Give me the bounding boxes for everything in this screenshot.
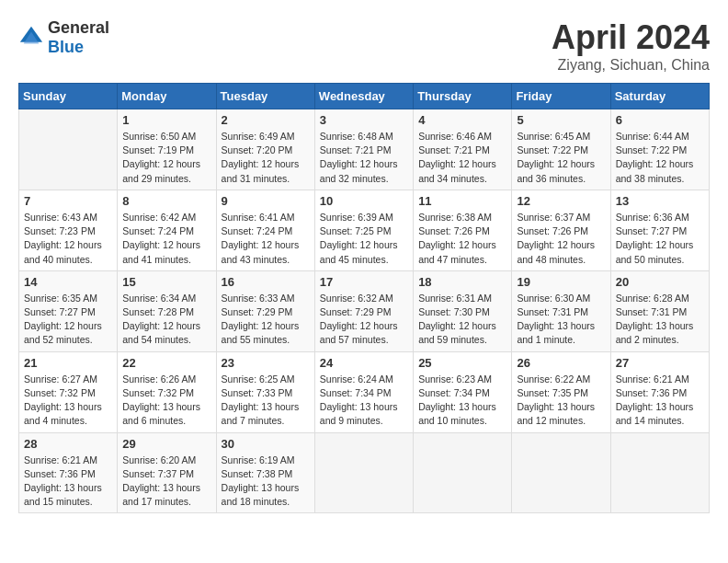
- table-row: 9Sunrise: 6:41 AMSunset: 7:24 PMDaylight…: [216, 190, 314, 270]
- day-number: 30: [222, 437, 310, 451]
- day-number: 3: [320, 113, 408, 127]
- table-row: 26Sunrise: 6:22 AMSunset: 7:35 PMDayligh…: [512, 351, 610, 432]
- table-row: 21Sunrise: 6:27 AMSunset: 7:32 PMDayligh…: [19, 351, 118, 432]
- day-info: Sunrise: 6:35 AMSunset: 7:27 PMDaylight:…: [24, 292, 112, 348]
- table-row: [512, 432, 610, 513]
- header-thursday: Thursday: [414, 84, 512, 109]
- day-info: Sunrise: 6:20 AMSunset: 7:37 PMDaylight:…: [122, 454, 210, 510]
- header-monday: Monday: [118, 84, 216, 109]
- table-row: 25Sunrise: 6:23 AMSunset: 7:34 PMDayligh…: [414, 351, 512, 432]
- day-info: Sunrise: 6:32 AMSunset: 7:29 PMDaylight:…: [320, 292, 408, 348]
- table-row: 28Sunrise: 6:21 AMSunset: 7:36 PMDayligh…: [19, 432, 118, 513]
- day-info: Sunrise: 6:39 AMSunset: 7:25 PMDaylight:…: [320, 211, 408, 267]
- header-wednesday: Wednesday: [314, 84, 413, 109]
- day-info: Sunrise: 6:22 AMSunset: 7:35 PMDaylight:…: [517, 373, 605, 429]
- table-row: 29Sunrise: 6:20 AMSunset: 7:37 PMDayligh…: [118, 432, 216, 513]
- table-row: 11Sunrise: 6:38 AMSunset: 7:26 PMDayligh…: [414, 190, 512, 270]
- day-info: Sunrise: 6:21 AMSunset: 7:36 PMDaylight:…: [24, 454, 112, 510]
- day-info: Sunrise: 6:26 AMSunset: 7:32 PMDaylight:…: [122, 373, 210, 429]
- day-number: 9: [222, 194, 310, 208]
- table-row: 12Sunrise: 6:37 AMSunset: 7:26 PMDayligh…: [512, 190, 610, 270]
- table-row: 4Sunrise: 6:46 AMSunset: 7:21 PMDaylight…: [414, 109, 512, 190]
- day-info: Sunrise: 6:21 AMSunset: 7:36 PMDaylight:…: [616, 373, 704, 429]
- day-info: Sunrise: 6:36 AMSunset: 7:27 PMDaylight:…: [616, 211, 704, 267]
- table-row: 8Sunrise: 6:42 AMSunset: 7:24 PMDaylight…: [118, 190, 216, 270]
- day-info: Sunrise: 6:23 AMSunset: 7:34 PMDaylight:…: [418, 373, 506, 429]
- day-number: 21: [24, 356, 112, 370]
- day-number: 20: [616, 275, 704, 289]
- logo-general: General: [48, 18, 109, 37]
- table-row: 19Sunrise: 6:30 AMSunset: 7:31 PMDayligh…: [512, 270, 610, 351]
- table-row: 30Sunrise: 6:19 AMSunset: 7:38 PMDayligh…: [216, 432, 314, 513]
- logo-icon: [18, 25, 44, 51]
- day-info: Sunrise: 6:41 AMSunset: 7:24 PMDaylight:…: [222, 211, 310, 267]
- calendar-table: Sunday Monday Tuesday Wednesday Thursday…: [18, 83, 710, 513]
- day-info: Sunrise: 6:46 AMSunset: 7:21 PMDaylight:…: [418, 130, 506, 186]
- day-number: 14: [24, 275, 112, 289]
- location-title: Ziyang, Sichuan, China: [552, 57, 710, 74]
- month-title: April 2024: [552, 18, 710, 57]
- day-number: 11: [418, 194, 506, 208]
- table-row: 7Sunrise: 6:43 AMSunset: 7:23 PMDaylight…: [19, 190, 118, 270]
- day-number: 18: [418, 275, 506, 289]
- table-row: 20Sunrise: 6:28 AMSunset: 7:31 PMDayligh…: [610, 270, 709, 351]
- day-info: Sunrise: 6:34 AMSunset: 7:28 PMDaylight:…: [122, 292, 210, 348]
- day-number: 26: [517, 356, 605, 370]
- table-row: 16Sunrise: 6:33 AMSunset: 7:29 PMDayligh…: [216, 270, 314, 351]
- day-info: Sunrise: 6:48 AMSunset: 7:21 PMDaylight:…: [320, 130, 408, 186]
- calendar-week-row: 28Sunrise: 6:21 AMSunset: 7:36 PMDayligh…: [19, 432, 710, 513]
- table-row: 6Sunrise: 6:44 AMSunset: 7:22 PMDaylight…: [610, 109, 709, 190]
- table-row: [610, 432, 709, 513]
- day-number: 28: [24, 437, 112, 451]
- day-info: Sunrise: 6:33 AMSunset: 7:29 PMDaylight:…: [222, 292, 310, 348]
- day-number: 4: [418, 113, 506, 127]
- table-row: 5Sunrise: 6:45 AMSunset: 7:22 PMDaylight…: [512, 109, 610, 190]
- table-row: [314, 432, 413, 513]
- day-info: Sunrise: 6:49 AMSunset: 7:20 PMDaylight:…: [222, 130, 310, 186]
- day-info: Sunrise: 6:45 AMSunset: 7:22 PMDaylight:…: [517, 130, 605, 186]
- day-info: Sunrise: 6:43 AMSunset: 7:23 PMDaylight:…: [24, 211, 112, 267]
- day-info: Sunrise: 6:31 AMSunset: 7:30 PMDaylight:…: [418, 292, 506, 348]
- day-number: 16: [222, 275, 310, 289]
- logo-blue: Blue: [48, 38, 84, 56]
- day-info: Sunrise: 6:28 AMSunset: 7:31 PMDaylight:…: [616, 292, 704, 348]
- calendar-week-row: 1Sunrise: 6:50 AMSunset: 7:19 PMDaylight…: [19, 109, 710, 190]
- calendar-week-row: 14Sunrise: 6:35 AMSunset: 7:27 PMDayligh…: [19, 270, 710, 351]
- table-row: 13Sunrise: 6:36 AMSunset: 7:27 PMDayligh…: [610, 190, 709, 270]
- table-row: 3Sunrise: 6:48 AMSunset: 7:21 PMDaylight…: [314, 109, 413, 190]
- table-row: [414, 432, 512, 513]
- day-number: 12: [517, 194, 605, 208]
- day-info: Sunrise: 6:42 AMSunset: 7:24 PMDaylight:…: [122, 211, 210, 267]
- header-saturday: Saturday: [610, 84, 709, 109]
- table-row: [19, 109, 118, 190]
- day-number: 10: [320, 194, 408, 208]
- header-friday: Friday: [512, 84, 610, 109]
- day-number: 5: [517, 113, 605, 127]
- day-info: Sunrise: 6:25 AMSunset: 7:33 PMDaylight:…: [222, 373, 310, 429]
- day-number: 15: [122, 275, 210, 289]
- table-row: 27Sunrise: 6:21 AMSunset: 7:36 PMDayligh…: [610, 351, 709, 432]
- table-row: 15Sunrise: 6:34 AMSunset: 7:28 PMDayligh…: [118, 270, 216, 351]
- day-number: 8: [122, 194, 210, 208]
- page-header: General Blue April 2024 Ziyang, Sichuan,…: [18, 18, 710, 74]
- day-number: 2: [222, 113, 310, 127]
- table-row: 18Sunrise: 6:31 AMSunset: 7:30 PMDayligh…: [414, 270, 512, 351]
- day-number: 19: [517, 275, 605, 289]
- table-row: 10Sunrise: 6:39 AMSunset: 7:25 PMDayligh…: [314, 190, 413, 270]
- day-number: 6: [616, 113, 704, 127]
- table-row: 22Sunrise: 6:26 AMSunset: 7:32 PMDayligh…: [118, 351, 216, 432]
- header-sunday: Sunday: [19, 84, 118, 109]
- day-info: Sunrise: 6:38 AMSunset: 7:26 PMDaylight:…: [418, 211, 506, 267]
- day-number: 7: [24, 194, 112, 208]
- calendar-header-row: Sunday Monday Tuesday Wednesday Thursday…: [19, 84, 710, 109]
- day-info: Sunrise: 6:19 AMSunset: 7:38 PMDaylight:…: [222, 454, 310, 510]
- day-number: 29: [122, 437, 210, 451]
- day-info: Sunrise: 6:27 AMSunset: 7:32 PMDaylight:…: [24, 373, 112, 429]
- day-number: 1: [122, 113, 210, 127]
- day-info: Sunrise: 6:37 AMSunset: 7:26 PMDaylight:…: [517, 211, 605, 267]
- table-row: 1Sunrise: 6:50 AMSunset: 7:19 PMDaylight…: [118, 109, 216, 190]
- day-number: 17: [320, 275, 408, 289]
- day-number: 27: [616, 356, 704, 370]
- day-number: 25: [418, 356, 506, 370]
- title-area: April 2024 Ziyang, Sichuan, China: [552, 18, 710, 74]
